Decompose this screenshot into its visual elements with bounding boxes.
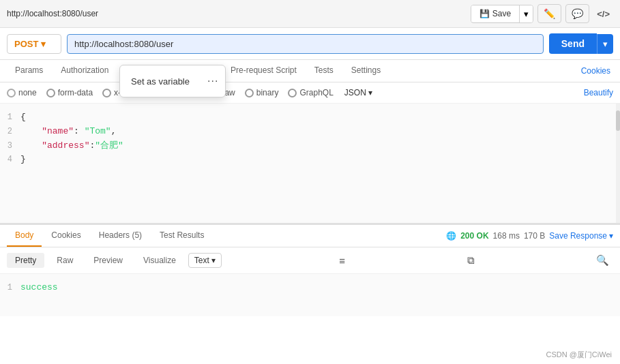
code-line-2: 2 "name": "Tom", <box>0 125 620 139</box>
top-url: http://localhost:8080/user <box>7 9 465 18</box>
watermark: CSDN @厦门CiWei <box>546 350 612 360</box>
resp-tab-test-results[interactable]: Test Results <box>151 225 212 247</box>
code-button[interactable]: </> <box>593 5 613 22</box>
body-type-row: none form-data x-www-form-urlencoded raw… <box>0 82 620 104</box>
code-line-3: 3 "address":"合肥" <box>0 139 620 153</box>
radio-binary[interactable]: binary <box>245 88 279 97</box>
comment-icon-button[interactable]: 💬 <box>565 4 589 23</box>
globe-icon: 🌐 <box>446 231 456 241</box>
response-body: 1 success <box>0 274 620 316</box>
tab-params[interactable]: Params <box>7 60 51 82</box>
tab-settings[interactable]: Settings <box>343 60 389 82</box>
radio-none-dot <box>7 89 16 97</box>
edit-icon-button[interactable]: ✏️ <box>537 4 561 23</box>
json-type-select[interactable]: JSON ▾ <box>344 88 372 97</box>
radio-form-data[interactable]: form-data <box>46 88 93 97</box>
tab-authorization[interactable]: Authorization <box>53 60 117 82</box>
response-section: Body Cookies Headers (5) Test Results 🌐 … <box>0 224 620 316</box>
code-editor[interactable]: 1 { 2 "name": "Tom", 3 "address":"合肥" 4 … <box>0 104 620 223</box>
tab-tests[interactable]: Tests <box>306 60 342 82</box>
method-select[interactable]: POST ▾ <box>7 34 61 54</box>
save-response-chevron-icon: ▾ <box>609 231 613 241</box>
scrollbar-track <box>616 104 620 223</box>
cookies-link[interactable]: Cookies <box>578 61 613 81</box>
set-as-variable-item[interactable]: Set as variable <box>120 72 201 91</box>
filter-icon-button[interactable]: ≡ <box>335 252 349 269</box>
code-line-1: 1 { <box>0 110 620 125</box>
radio-none[interactable]: none <box>7 88 37 97</box>
radio-form-data-dot <box>46 89 55 97</box>
save-dropdown-button[interactable]: ▾ <box>519 5 533 22</box>
save-icon: 💾 <box>479 9 490 18</box>
request-tabs-row: Params Authorization Headers (8) Body Pr… <box>0 60 620 82</box>
url-row: POST ▾ Send ▾ <box>0 28 620 60</box>
radio-urlencoded-dot <box>102 89 111 97</box>
code-line-4: 4 } <box>0 153 620 167</box>
response-meta: 🌐 200 OK 168 ms 170 B Save Response ▾ <box>446 231 613 241</box>
search-icon-button[interactable]: 🔍 <box>592 252 613 269</box>
copy-icon-button[interactable]: ⧉ <box>463 252 479 269</box>
send-button[interactable]: Send <box>549 33 597 54</box>
response-size: 170 B <box>524 231 545 241</box>
scrollbar-thumb[interactable] <box>616 110 620 131</box>
resp-tab-headers[interactable]: Headers (5) <box>91 225 150 247</box>
tab-pre-request[interactable]: Pre-request Script <box>222 60 305 82</box>
popup-row: Set as variable ··· <box>120 71 225 91</box>
beautify-link[interactable]: Beautify <box>584 88 613 97</box>
save-btn-group: 💾 Save ▾ <box>471 5 533 23</box>
url-input-wrapper <box>67 34 544 54</box>
popup-menu: Set as variable ··· <box>119 65 226 97</box>
method-chevron-icon: ▾ <box>41 39 46 49</box>
resp-tab-body[interactable]: Body <box>7 225 42 247</box>
json-chevron-icon: ▾ <box>368 88 372 97</box>
text-type-chevron-icon: ▾ <box>211 256 216 265</box>
response-tabs-row: Body Cookies Headers (5) Test Results 🌐 … <box>0 225 620 247</box>
save-response-button[interactable]: Save Response ▾ <box>549 231 613 241</box>
send-dropdown-button[interactable]: ▾ <box>597 34 613 54</box>
top-actions: 💾 Save ▾ ✏️ 💬 </> <box>471 4 613 23</box>
save-button[interactable]: 💾 Save <box>471 5 519 22</box>
request-section: POST ▾ Send ▾ Set as variable ··· Params <box>0 28 620 224</box>
response-time: 168 ms <box>493 231 520 241</box>
fmt-raw-button[interactable]: Raw <box>48 253 81 268</box>
fmt-pretty-button[interactable]: Pretty <box>7 253 44 268</box>
radio-graphql-dot <box>288 89 297 97</box>
top-bar: http://localhost:8080/user 💾 Save ▾ ✏️ 💬… <box>0 0 620 28</box>
response-format-row: Pretty Raw Preview Visualize Text ▾ ≡ ⧉ … <box>0 247 620 274</box>
popup-dots-button[interactable]: ··· <box>201 71 225 91</box>
text-type-select[interactable]: Text ▾ <box>188 253 222 268</box>
radio-binary-dot <box>245 89 254 97</box>
radio-graphql[interactable]: GraphQL <box>288 88 333 97</box>
url-input[interactable] <box>67 34 544 54</box>
resp-tab-cookies[interactable]: Cookies <box>43 225 89 247</box>
fmt-preview-button[interactable]: Preview <box>85 253 131 268</box>
resp-line-1: 1 success <box>0 281 620 295</box>
send-btn-group: Send ▾ <box>549 33 613 54</box>
status-badge: 200 OK <box>460 231 488 241</box>
fmt-visualize-button[interactable]: Visualize <box>135 253 184 268</box>
